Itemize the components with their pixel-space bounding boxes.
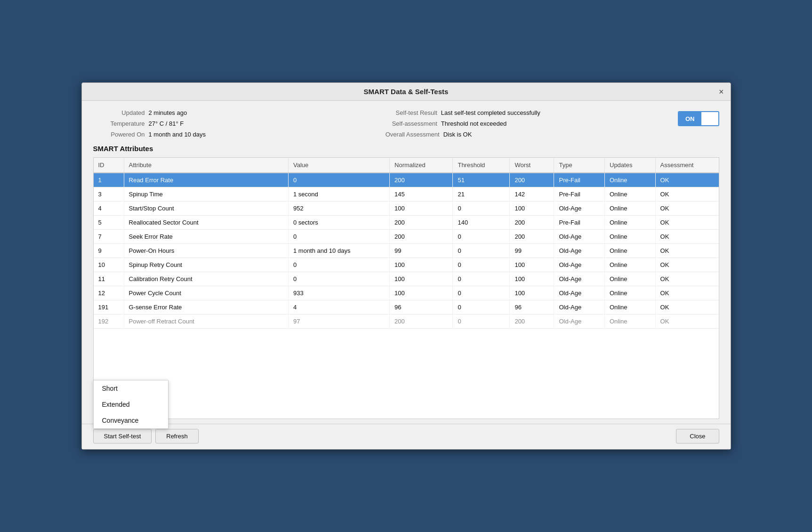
dialog-content: Updated 2 minutes ago Temperature 27° C … <box>82 101 731 424</box>
cell-threshold: 0 <box>453 258 510 272</box>
self-assessment-label: Self-assessment <box>386 120 437 127</box>
table-header: ID Attribute Value Normalized Threshold … <box>94 158 719 173</box>
cell-normalized: 200 <box>390 230 453 244</box>
info-center: Self-test Result Last self-test complete… <box>386 109 664 138</box>
cell-threshold: 21 <box>453 187 510 202</box>
cell-worst: 200 <box>510 314 554 329</box>
cell-worst: 200 <box>510 216 554 230</box>
cell-attribute: Spinup Retry Count <box>124 258 288 272</box>
cell-worst: 200 <box>510 173 554 187</box>
table-row[interactable]: 4Start/Stop Count9521000100Old-AgeOnline… <box>94 202 719 216</box>
cell-updates: Online <box>605 202 656 216</box>
refresh-button[interactable]: Refresh <box>155 429 199 443</box>
cell-type: Old-Age <box>554 272 605 286</box>
toggle-switch[interactable]: ON <box>678 111 719 126</box>
cell-attribute: Power-off Retract Count <box>124 314 288 329</box>
cell-attribute: Seek Error Rate <box>124 230 288 244</box>
cell-threshold: 0 <box>453 202 510 216</box>
close-button[interactable]: Close <box>676 429 719 443</box>
cell-worst: 96 <box>510 300 554 314</box>
table-row[interactable]: 9Power-On Hours1 month and 10 days99099O… <box>94 244 719 258</box>
cell-value: 952 <box>288 202 389 216</box>
updated-value: 2 minutes ago <box>149 109 187 116</box>
cell-normalized: 100 <box>390 286 453 300</box>
cell-updates: Online <box>605 300 656 314</box>
overall-assessment-label: Overall Assessment <box>386 131 440 138</box>
col-header-worst: Worst <box>510 158 554 173</box>
cell-normalized: 96 <box>390 300 453 314</box>
table-row[interactable]: 10Spinup Retry Count01000100Old-AgeOnlin… <box>94 258 719 272</box>
cell-value: 97 <box>288 314 389 329</box>
table-row[interactable]: 192Power-off Retract Count972000200Old-A… <box>94 314 719 329</box>
cell-threshold: 0 <box>453 286 510 300</box>
overall-assessment-row: Overall Assessment Disk is OK <box>386 131 664 138</box>
cell-type: Old-Age <box>554 258 605 272</box>
dropdown-item-short[interactable]: Short <box>94 380 168 396</box>
col-header-type: Type <box>554 158 605 173</box>
table-row[interactable]: 7Seek Error Rate02000200Old-AgeOnlineOK <box>94 230 719 244</box>
cell-assessment: OK <box>655 272 718 286</box>
col-header-updates: Updates <box>605 158 656 173</box>
cell-normalized: 145 <box>390 187 453 202</box>
dialog-title: SMART Data & Self-Tests <box>364 88 449 96</box>
cell-value: 0 <box>288 272 389 286</box>
cell-attribute: Read Error Rate <box>124 173 288 187</box>
self-test-result-row: Self-test Result Last self-test complete… <box>386 109 664 116</box>
smart-attributes-table-container[interactable]: ID Attribute Value Normalized Threshold … <box>93 157 719 419</box>
start-self-test-button[interactable]: Start Self-test <box>93 429 152 443</box>
cell-id: 9 <box>94 244 124 258</box>
cell-normalized: 100 <box>390 258 453 272</box>
cell-type: Pre-Fail <box>554 187 605 202</box>
cell-value: 0 <box>288 173 389 187</box>
dropdown-item-conveyance[interactable]: Conveyance <box>94 412 168 428</box>
cell-type: Old-Age <box>554 314 605 329</box>
temperature-row: Temperature 27° C / 81° F <box>93 120 371 127</box>
cell-updates: Online <box>605 272 656 286</box>
col-header-attribute: Attribute <box>124 158 288 173</box>
cell-assessment: OK <box>655 314 718 329</box>
cell-id: 4 <box>94 202 124 216</box>
cell-value: 1 second <box>288 187 389 202</box>
powered-on-row: Powered On 1 month and 10 days <box>93 131 371 138</box>
info-section: Updated 2 minutes ago Temperature 27° C … <box>93 109 719 138</box>
cell-value: 0 <box>288 258 389 272</box>
powered-on-label: Powered On <box>93 131 145 138</box>
cell-threshold: 0 <box>453 314 510 329</box>
title-bar: SMART Data & Self-Tests × <box>82 83 731 101</box>
cell-assessment: OK <box>655 300 718 314</box>
cell-worst: 99 <box>510 244 554 258</box>
close-x-button[interactable]: × <box>719 88 724 96</box>
cell-id: 1 <box>94 173 124 187</box>
table-row[interactable]: 3Spinup Time1 second14521142Pre-FailOnli… <box>94 187 719 202</box>
cell-attribute: Power-On Hours <box>124 244 288 258</box>
info-left: Updated 2 minutes ago Temperature 27° C … <box>93 109 371 138</box>
cell-assessment: OK <box>655 216 718 230</box>
self-test-result-value: Last self-test completed successfully <box>441 109 540 116</box>
info-right: ON <box>678 109 719 138</box>
col-header-threshold: Threshold <box>453 158 510 173</box>
cell-updates: Online <box>605 286 656 300</box>
cell-updates: Online <box>605 314 656 329</box>
cell-type: Old-Age <box>554 230 605 244</box>
table-row[interactable]: 191G-sense Error Rate496096Old-AgeOnline… <box>94 300 719 314</box>
table-body: 1Read Error Rate020051200Pre-FailOnlineO… <box>94 173 719 329</box>
temperature-label: Temperature <box>93 120 145 127</box>
cell-value: 933 <box>288 286 389 300</box>
cell-threshold: 140 <box>453 216 510 230</box>
table-row[interactable]: 11Calibration Retry Count01000100Old-Age… <box>94 272 719 286</box>
cell-value: 0 sectors <box>288 216 389 230</box>
cell-normalized: 200 <box>390 216 453 230</box>
cell-updates: Online <box>605 187 656 202</box>
table-row[interactable]: 1Read Error Rate020051200Pre-FailOnlineO… <box>94 173 719 187</box>
table-row[interactable]: 12Power Cycle Count9331000100Old-AgeOnli… <box>94 286 719 300</box>
cell-id: 11 <box>94 272 124 286</box>
cell-type: Old-Age <box>554 300 605 314</box>
table-row[interactable]: 5Reallocated Sector Count0 sectors200140… <box>94 216 719 230</box>
cell-updates: Online <box>605 258 656 272</box>
dropdown-item-extended[interactable]: Extended <box>94 396 168 412</box>
toggle-on-label: ON <box>679 112 701 125</box>
updated-label: Updated <box>93 109 145 116</box>
cell-attribute: G-sense Error Rate <box>124 300 288 314</box>
cell-attribute: Spinup Time <box>124 187 288 202</box>
cell-id: 3 <box>94 187 124 202</box>
